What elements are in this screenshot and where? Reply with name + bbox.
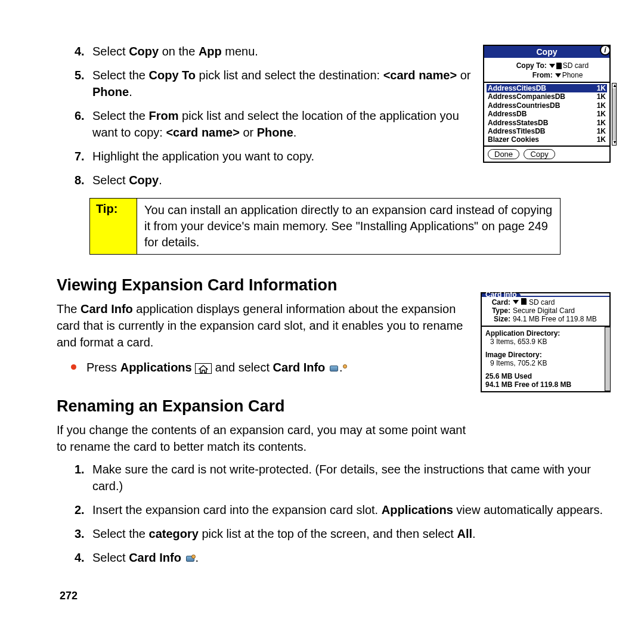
chevron-down-icon bbox=[555, 73, 561, 78]
step-number: 8. bbox=[75, 172, 85, 188]
numbered-step: 2.Insert the expansion card into the exp… bbox=[57, 501, 605, 518]
scrollbar bbox=[605, 327, 611, 391]
card-label: Card: bbox=[485, 298, 510, 306]
page-number: 272 bbox=[60, 590, 78, 602]
numbered-step: 8.Select Copy. bbox=[57, 172, 474, 188]
cardinfo-dialog-screenshot: Card Info Card: SD card Type: Secure Dig… bbox=[481, 292, 611, 392]
viewing-body: The Card Info application displays gener… bbox=[57, 301, 468, 351]
numbered-step: 6.Select the From pick list and select t… bbox=[57, 107, 474, 141]
done-button: Done bbox=[488, 149, 519, 159]
step-number: 1. bbox=[75, 461, 85, 478]
copy-file-list: ▲▼ AddressCitiesDB1KAddressCompaniesDB1K… bbox=[484, 82, 609, 145]
image-directory-title: Image Directory: bbox=[485, 351, 606, 359]
copy-to-label: Copy To: bbox=[505, 61, 547, 70]
cardinfo-app-icon bbox=[185, 555, 196, 563]
image-directory-value: 9 Items, 705.2 KB bbox=[485, 359, 606, 367]
numbered-step: 4.Select Copy on the App menu. bbox=[57, 43, 474, 60]
app-directory-title: Application Directory: bbox=[485, 329, 606, 338]
cardinfo-app-icon bbox=[329, 364, 339, 373]
scrollbar: ▲▼ bbox=[612, 83, 617, 145]
numbered-step: 3.Select the category pick list at the t… bbox=[57, 525, 605, 542]
copy-dialog-screenshot: Copy i Copy To: SD card From: Phone ▲▼ A… bbox=[483, 45, 611, 163]
tip-label: Tip: bbox=[90, 199, 137, 254]
app-directory-value: 3 Items, 653.9 KB bbox=[485, 338, 606, 346]
step-number: 3. bbox=[75, 525, 85, 542]
list-item: AddressCompaniesDB1K bbox=[487, 92, 607, 101]
copy-button: Copy bbox=[524, 149, 555, 159]
heading-renaming: Renaming an Expansion Card bbox=[57, 397, 605, 416]
step-number: 6. bbox=[75, 107, 85, 124]
list-item: AddressStatesDB1K bbox=[487, 119, 607, 127]
press-applications-step: Press Applications and select Card Info … bbox=[57, 359, 468, 376]
home-icon bbox=[195, 363, 212, 374]
numbered-step: 1.Make sure the card is not write-protec… bbox=[57, 461, 605, 494]
step-number: 2. bbox=[75, 501, 85, 518]
numbered-step: 4.Select Card Info . bbox=[57, 549, 605, 566]
used-label: 25.6 MB Used bbox=[485, 372, 606, 380]
list-item: AddressCitiesDB1K bbox=[487, 84, 607, 92]
tip-box: Tip: You can install an application dire… bbox=[89, 198, 561, 255]
bullet-dot-icon bbox=[71, 364, 76, 370]
size-label: Size: bbox=[485, 315, 510, 323]
cardinfo-detail-block: Application Directory: 3 Items, 653.9 KB… bbox=[482, 326, 609, 391]
card-value: SD card bbox=[529, 298, 555, 306]
list-item: AddressDB1K bbox=[487, 110, 607, 118]
list-item: AddressCountriesDB1K bbox=[487, 101, 607, 110]
type-value: Secure Digital Card bbox=[513, 306, 575, 315]
copy-dialog-title: Copy i bbox=[484, 46, 609, 58]
chevron-down-icon bbox=[513, 300, 519, 304]
step-number: 4. bbox=[75, 43, 85, 60]
list-item: AddressTitlesDB1K bbox=[487, 127, 607, 135]
from-label: From: bbox=[511, 71, 553, 79]
from-picklist: Phone bbox=[555, 71, 583, 79]
chevron-down-icon bbox=[549, 64, 555, 68]
copy-to-picklist: SD card bbox=[549, 61, 589, 70]
numbered-step: 5.Select the Copy To pick list and selec… bbox=[57, 67, 474, 100]
cardinfo-title: Card Info bbox=[482, 293, 521, 296]
renaming-intro: If you change the contents of an expansi… bbox=[57, 422, 468, 455]
info-icon: i bbox=[600, 45, 611, 55]
free-label: 94.1 MB Free of 119.8 MB bbox=[485, 380, 606, 389]
sd-card-icon bbox=[556, 63, 562, 69]
tip-body: You can install an application directly … bbox=[137, 199, 560, 254]
type-label: Type: bbox=[485, 306, 510, 315]
list-item: Blazer Cookies1K bbox=[487, 135, 607, 144]
step-number: 7. bbox=[75, 148, 85, 165]
sd-card-icon bbox=[521, 298, 527, 305]
step-number: 4. bbox=[75, 549, 85, 566]
size-value: 94.1 MB Free of 119.8 MB bbox=[513, 315, 597, 323]
step-number: 5. bbox=[75, 67, 85, 83]
numbered-step: 7.Highlight the application you want to … bbox=[57, 148, 474, 165]
